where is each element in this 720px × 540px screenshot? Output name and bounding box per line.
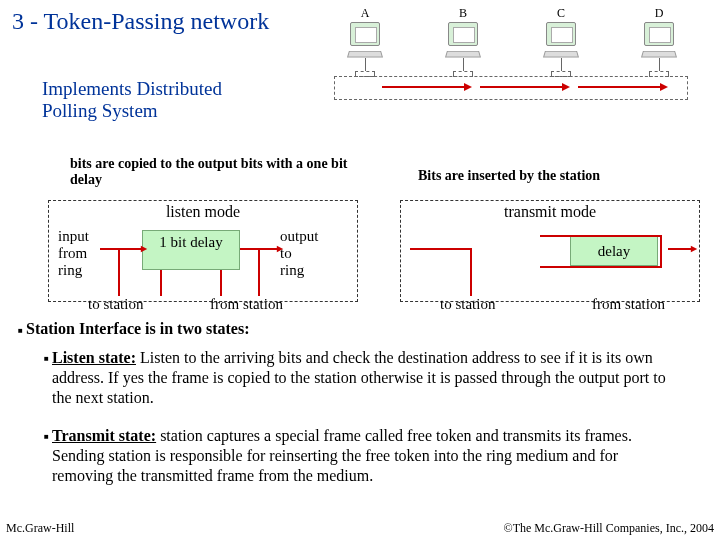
drop-line: [463, 58, 464, 72]
transmit-mode-title: transmit mode: [401, 203, 699, 221]
bullet-icon: ■: [18, 326, 23, 335]
to-station-label: to station: [440, 296, 495, 313]
one-bit-delay-box: 1 bit delay: [142, 230, 240, 270]
bus-arrow: [480, 86, 562, 88]
keyboard-icon: [347, 51, 383, 58]
station-b: B: [446, 6, 480, 77]
station-d-label: D: [642, 6, 676, 21]
listen-state-body: Listen to the arriving bits and check th…: [52, 349, 666, 406]
to-station-label: to station: [88, 296, 143, 313]
stations-diagram: A B C D: [330, 6, 700, 116]
transmit-state-head: Transmit state:: [52, 427, 156, 444]
drop-line: [365, 58, 366, 72]
bus-arrow: [578, 86, 660, 88]
section-heading: Station Interface is in two states:: [26, 320, 250, 338]
keyboard-icon: [445, 51, 481, 58]
station-c-label: C: [544, 6, 578, 21]
subtitle: Implements Distributed Polling System: [42, 78, 222, 122]
text: ring: [280, 262, 304, 278]
listen-mode-title: listen mode: [49, 203, 357, 221]
to-station-arrow: [118, 248, 120, 296]
transmit-state-paragraph: Transmit state: station captures a speci…: [52, 426, 682, 486]
transmit-arrow: [540, 235, 660, 237]
transmit-arrow: [660, 235, 662, 268]
subtitle-line1: Implements Distributed: [42, 78, 222, 99]
arrow-head-icon: [660, 83, 668, 91]
arrow-head-icon: [277, 246, 283, 252]
text: from: [58, 245, 87, 261]
transmit-out-arrow: [668, 248, 692, 250]
footer-right: ©The Mc.Graw-Hill Companies, Inc., 2004: [504, 521, 714, 536]
footer-left: Mc.Graw-Hill: [6, 521, 74, 536]
listen-state-head: Listen state:: [52, 349, 136, 366]
bus-arrow: [382, 86, 464, 88]
keyboard-icon: [641, 51, 677, 58]
text: output: [280, 228, 318, 244]
listen-caption: bits are copied to the output bits with …: [70, 156, 370, 188]
station-b-label: B: [446, 6, 480, 21]
arrow-head-icon: [691, 246, 697, 252]
from-station-label: from station: [210, 296, 283, 313]
text: ring: [58, 262, 82, 278]
arrow-head-icon: [141, 246, 147, 252]
page-title: 3 - Token-Passing network: [12, 8, 269, 35]
station-a-label: A: [348, 6, 382, 21]
monitor-icon: [350, 22, 380, 46]
drop-line: [659, 58, 660, 72]
from-station-label: from station: [592, 296, 665, 313]
station-d: D: [642, 6, 676, 77]
station-a: A: [348, 6, 382, 77]
monitor-icon: [448, 22, 478, 46]
listen-state-paragraph: Listen state: Listen to the arriving bit…: [52, 348, 682, 408]
arrow-head-icon: [464, 83, 472, 91]
subtitle-line2: Polling System: [42, 100, 158, 121]
monitor-icon: [644, 22, 674, 46]
to-station-arrow: [160, 270, 162, 296]
to-station-arrow: [470, 248, 472, 296]
text: input: [58, 228, 89, 244]
ring-bus: [334, 76, 688, 100]
output-to-ring-label: output to ring: [280, 228, 318, 279]
transmit-arrow: [540, 266, 660, 268]
transmit-caption: Bits are inserted by the station: [418, 168, 600, 184]
bullet-icon: ■: [44, 354, 49, 363]
input-from-ring-label: input from ring: [58, 228, 89, 279]
arrow-head-icon: [562, 83, 570, 91]
station-c: C: [544, 6, 578, 77]
from-station-arrow: [258, 248, 260, 296]
drop-line: [561, 58, 562, 72]
keyboard-icon: [543, 51, 579, 58]
from-station-arrow: [220, 270, 222, 296]
transmit-arrow: [410, 248, 472, 250]
listen-in-arrow: [100, 248, 142, 250]
delay-box: delay: [570, 236, 658, 266]
monitor-icon: [546, 22, 576, 46]
bullet-icon: ■: [44, 432, 49, 441]
